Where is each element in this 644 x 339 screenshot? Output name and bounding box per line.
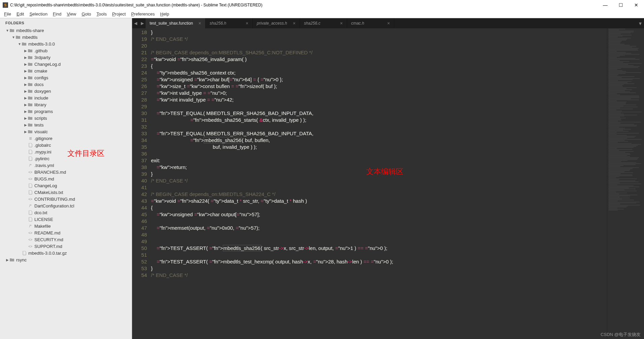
menu-find[interactable]: Find — [50, 11, 64, 17]
tree-item[interactable]: .mypy.ini — [0, 148, 132, 155]
line-number[interactable]: 24 — [132, 69, 147, 76]
code-line[interactable]: ="fn">memset(output, ="nu">0x00, ="nu">5… — [151, 225, 607, 231]
line-number[interactable]: 31 — [132, 117, 147, 123]
menu-project[interactable]: Project — [110, 11, 128, 17]
tree-arrow-icon[interactable]: ▶ — [24, 83, 28, 86]
code-line[interactable]: ="kw">int invalid_type = ="nu">42; — [151, 96, 607, 103]
tree-item[interactable]: ▼mbedtls-3.0.0 — [0, 40, 132, 47]
line-number[interactable]: 37 — [132, 157, 147, 164]
tab[interactable]: cmac.h× — [347, 18, 394, 28]
tree-item[interactable]: ▼mbedtls — [0, 34, 132, 40]
line-number[interactable]: 36 — [132, 150, 147, 157]
tree-item[interactable]: ▶cmake — [0, 67, 132, 74]
tree-arrow-icon[interactable]: ▼ — [11, 35, 16, 39]
tree-item[interactable]: ▶programs — [0, 108, 132, 115]
menu-help[interactable]: Help — [157, 11, 172, 17]
tree-item[interactable]: mbedtls-3.0.0.tar.gz — [0, 250, 132, 256]
code-line[interactable]: /* END_CASE */ — [151, 177, 607, 184]
line-number[interactable]: 42 — [132, 191, 147, 198]
tree-item[interactable]: ▶doxygen — [0, 88, 132, 94]
line-number[interactable]: 22 — [132, 56, 147, 63]
close-button[interactable]: ✕ — [628, 0, 644, 10]
menu-view[interactable]: View — [64, 11, 79, 17]
line-number[interactable]: 29 — [132, 103, 147, 110]
tree-arrow-icon[interactable]: ▶ — [24, 130, 28, 134]
tree-item[interactable]: ▶3rdparty — [0, 54, 132, 61]
tab[interactable]: sha256.h× — [206, 18, 253, 28]
code-line[interactable]: ="kw">void ="fn">sha256_invalid_param( ) — [151, 56, 607, 63]
code-line[interactable]: ="ty">mbedtls_sha256_context ctx; — [151, 69, 607, 76]
tree-item[interactable]: ▶configs — [0, 74, 132, 81]
tree-item[interactable]: .pylintrc — [0, 155, 132, 162]
code-line[interactable] — [151, 103, 607, 110]
code-line[interactable] — [151, 150, 607, 157]
tree-item[interactable]: ▶visualc — [0, 128, 132, 135]
tree-item[interactable]: ▶include — [0, 94, 132, 101]
line-gutter[interactable]: 1819202122232425262728293031323334353637… — [132, 28, 151, 339]
code-line[interactable]: ="fn">TEST_ASSERT( ="fn">mbedtls_test_he… — [151, 258, 607, 265]
code-line[interactable]: ="kw">unsigned ="kw">char output[="nu">5… — [151, 211, 607, 218]
tree-item[interactable]: /*.travis.yml — [0, 162, 132, 169]
line-number[interactable]: 32 — [132, 123, 147, 130]
line-number[interactable]: 52 — [132, 258, 147, 265]
line-number[interactable]: 19 — [132, 36, 147, 43]
tree-arrow-icon[interactable]: ▶ — [24, 62, 28, 66]
code-line[interactable]: buf, invalid_type ) ); — [151, 144, 607, 150]
code-text-area[interactable]: }/* END_CASE *//* BEGIN_CASE depends_on:… — [151, 28, 607, 339]
tree-item[interactable]: /*Makefile — [0, 223, 132, 229]
tree-item[interactable]: ▼mbedtls-share — [0, 27, 132, 34]
line-number[interactable]: 23 — [132, 63, 147, 69]
code-line[interactable]: } — [151, 265, 607, 272]
tree-arrow-icon[interactable]: ▼ — [18, 42, 22, 46]
code-line[interactable]: /* END_CASE */ — [151, 36, 607, 43]
tree-item[interactable]: ChangeLog — [0, 182, 132, 189]
line-number[interactable]: 50 — [132, 245, 147, 252]
line-number[interactable]: 41 — [132, 184, 147, 191]
minimap[interactable] — [607, 28, 644, 339]
tree-arrow-icon[interactable]: ▼ — [5, 29, 9, 32]
sidebar[interactable]: FOLDERS ▼mbedtls-share▼mbedtls▼mbedtls-3… — [0, 18, 132, 339]
line-number[interactable]: 35 — [132, 144, 147, 150]
code-line[interactable]: ="kw">unsigned ="kw">char buf[="nu">64] … — [151, 76, 607, 83]
code-line[interactable] — [151, 218, 607, 225]
code-line[interactable] — [151, 231, 607, 238]
tab[interactable]: private_access.h× — [253, 18, 300, 28]
line-number[interactable]: 18 — [132, 29, 147, 36]
line-number[interactable]: 40 — [132, 177, 147, 184]
line-number[interactable]: 46 — [132, 218, 147, 225]
tab-nav-left-icon[interactable]: ◀ — [132, 18, 139, 28]
tree-item[interactable]: ▶library — [0, 101, 132, 108]
line-number[interactable]: 48 — [132, 231, 147, 238]
tab[interactable]: sha256.c× — [300, 18, 347, 28]
tree-item[interactable]: ▶rsync — [0, 256, 132, 263]
tree-item[interactable]: ≣.gitignore — [0, 135, 132, 142]
menu-tools[interactable]: Tools — [94, 11, 109, 17]
line-number[interactable]: 30 — [132, 110, 147, 117]
tab-close-icon[interactable]: × — [287, 21, 296, 26]
line-number[interactable]: 26 — [132, 83, 147, 90]
menu-selection[interactable]: Selection — [27, 11, 50, 17]
tab-close-icon[interactable]: × — [382, 21, 390, 26]
line-number[interactable]: 51 — [132, 252, 147, 258]
line-number[interactable]: 27 — [132, 90, 147, 96]
tree-item[interactable]: ▶docs — [0, 81, 132, 88]
code-line[interactable]: ="fn">TEST_EQUAL( MBEDTLS_ERR_SHA256_BAD… — [151, 110, 607, 117]
tree-item[interactable]: <>SUPPORT.md — [0, 243, 132, 250]
tree-arrow-icon[interactable]: ▶ — [24, 89, 28, 93]
code-line[interactable]: ="fn">TEST_ASSERT( ="fn">mbedtls_sha256(… — [151, 245, 607, 252]
line-number[interactable]: 20 — [132, 43, 147, 49]
line-number[interactable]: 39 — [132, 171, 147, 177]
code-line[interactable]: { — [151, 63, 607, 69]
tree-item[interactable]: <>SECURITY.md — [0, 236, 132, 243]
maximize-button[interactable]: ☐ — [613, 0, 628, 10]
tree-arrow-icon[interactable]: ▶ — [24, 76, 28, 80]
tab-close-icon[interactable]: × — [193, 21, 201, 26]
menu-preferences[interactable]: Preferences — [128, 11, 157, 17]
tree-item[interactable]: .globalrc — [0, 142, 132, 148]
code-line[interactable]: ="kw">int valid_type = ="nu">0; — [151, 90, 607, 96]
code-line[interactable]: ="fn">mbedtls_sha256_starts( &ctx, inval… — [151, 117, 607, 123]
tab[interactable]: test_suite_shax.function× — [146, 18, 206, 28]
tree-item[interactable]: ▶tests — [0, 121, 132, 128]
tree-arrow-icon[interactable]: ▶ — [24, 56, 28, 59]
tree-item[interactable]: CMakeLists.txt — [0, 189, 132, 196]
